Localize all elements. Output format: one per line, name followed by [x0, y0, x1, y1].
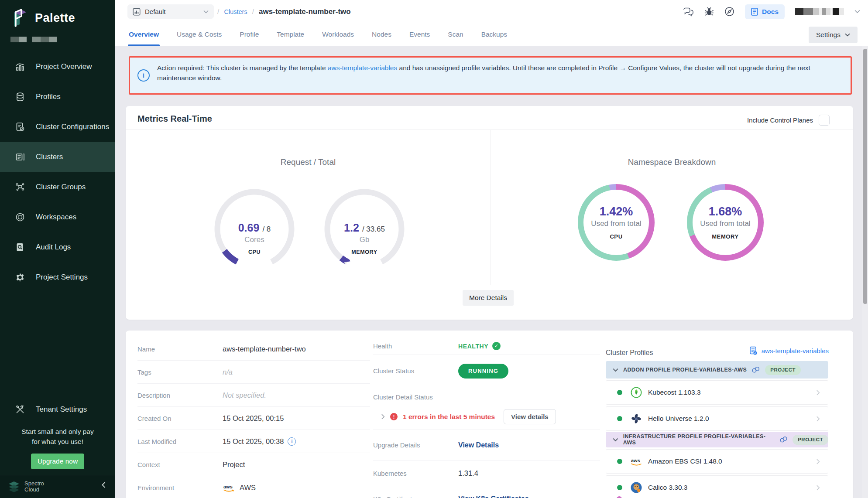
profile-item-hello-universe[interactable]: Hello Universe 1.2.0: [606, 406, 828, 431]
kubernetes-row: Kubernetes 1.31.4: [373, 460, 600, 486]
detail-row-tags: Tags n/a: [137, 361, 370, 384]
namespace-memory-donut-text: 1.68% Used from total MEMORY: [687, 184, 764, 261]
breadcrumb-separator: /: [252, 8, 254, 16]
divider: [491, 130, 491, 285]
footer-brand-line2: Cloud: [24, 487, 44, 493]
sidebar-item-cluster-groups[interactable]: Cluster Groups: [0, 172, 115, 202]
network-icon: [15, 182, 25, 192]
cpu-gauge: 0.69 / 8 Cores CPU: [213, 188, 296, 270]
breadcrumb: / Clusters / aws-template-number-two: [217, 0, 351, 23]
tab-events[interactable]: Events: [409, 23, 430, 46]
sidebar-nav: Project Overview Profiles Cluster Config…: [0, 51, 115, 292]
sidebar-item-label: Workspaces: [36, 213, 76, 222]
cpu-gauge-text: 0.69 / 8 Cores CPU: [213, 188, 296, 270]
profile-item-kubecost[interactable]: Kubecost 1.103.3: [606, 380, 828, 405]
template-variables-link[interactable]: aws-template-variables: [749, 346, 829, 355]
settings-dropdown-button[interactable]: Settings: [809, 27, 858, 43]
tab-nodes[interactable]: Nodes: [372, 23, 391, 46]
health-status: HEALTHY ✓: [458, 342, 501, 350]
profile-item-calico[interactable]: Calico 3.30.3: [606, 475, 828, 498]
hello-universe-logo: [630, 412, 643, 425]
namespace-breakdown-title: Namespace Breakdown: [491, 157, 853, 167]
sidebar-item-label: Profiles: [36, 92, 61, 101]
spectro-layers-icon: [8, 481, 20, 492]
scrollbar-thumb[interactable]: [863, 49, 867, 304]
detail-row-description: Description Not specified.: [137, 384, 370, 407]
upgrade-now-button[interactable]: Upgrade now: [31, 454, 84, 469]
log-search-icon: [15, 242, 25, 252]
tabs: Overview Usage & Costs Profile Template …: [129, 23, 507, 46]
view-k8s-certificates-link[interactable]: View K8s Certificates: [458, 495, 529, 498]
sidebar-item-project-settings[interactable]: Project Settings: [0, 262, 115, 292]
alert-template-link[interactable]: aws-template-variables: [328, 64, 397, 72]
sidebar-footer: Spectro Cloud: [0, 475, 115, 498]
info-icon[interactable]: i: [288, 437, 296, 446]
cpu-request-value: 0.69: [238, 222, 260, 234]
database-icon: [15, 92, 25, 102]
health-row: Health HEALTHY ✓: [373, 338, 600, 355]
project-badge: PROJECT: [765, 365, 801, 375]
more-details-button[interactable]: More Details: [463, 290, 514, 306]
include-control-planes-checkbox[interactable]: [819, 115, 830, 126]
tab-workloads[interactable]: Workloads: [322, 23, 354, 46]
link-icon: [779, 437, 788, 443]
upgrade-promo: Start small and only pay for what you us…: [0, 426, 115, 447]
sidebar-item-profiles[interactable]: Profiles: [0, 82, 115, 112]
view-details-button[interactable]: View details: [504, 409, 556, 424]
project-selector[interactable]: Default: [127, 4, 214, 19]
status-dot: [617, 459, 622, 464]
sidebar-item-audit-logs[interactable]: Audit Logs: [0, 232, 115, 262]
expand-chevron-right-icon[interactable]: [381, 414, 385, 420]
redacted-block: [32, 37, 57, 42]
feedback-chat-icon[interactable]: [683, 7, 694, 17]
compass-tour-icon[interactable]: [724, 7, 734, 17]
svg-text:aws: aws: [223, 484, 233, 489]
sidebar-item-label: Tenant Settings: [36, 405, 87, 414]
chevron-right-icon: [816, 485, 820, 491]
tab-template[interactable]: Template: [277, 23, 304, 46]
memory-gauge: 1.2 / 33.65 Gb MEMORY: [323, 188, 406, 270]
cluster-details-card: Name aws-template-number-two Tags n/a De…: [126, 331, 853, 498]
aws-logo: aws: [223, 484, 236, 492]
upgrade-view-details-link[interactable]: View Details: [458, 441, 499, 449]
tab-profile[interactable]: Profile: [240, 23, 259, 46]
status-dot: [617, 390, 622, 395]
tab-backups[interactable]: Backups: [481, 23, 507, 46]
sidebar-item-cluster-configurations[interactable]: Cluster Configurations: [0, 112, 115, 142]
namespace-memory-label: MEMORY: [712, 233, 739, 240]
sidebar-item-label: Cluster Configurations: [36, 123, 109, 131]
user-menu-chevron-down-icon[interactable]: [854, 10, 860, 14]
action-required-alert: i Action required: This cluster is manag…: [129, 56, 852, 95]
chevron-right-icon: [816, 459, 820, 464]
calico-logo: [630, 481, 643, 494]
infrastructure-profile-header[interactable]: INFRASTRUCTURE PROFILE PROFILE-VARIABLES…: [606, 432, 828, 447]
palette-logo-icon: [10, 8, 29, 28]
footer-brand-line1: Spectro: [24, 481, 44, 487]
k8s-certificates-row: K8s Certificates View K8s Certificates: [373, 486, 600, 498]
namespace-memory-percent: 1.68%: [709, 205, 742, 218]
redacted-block: [10, 37, 27, 42]
docs-button[interactable]: Docs: [745, 4, 785, 19]
namespace-cpu-percent: 1.42%: [600, 205, 633, 218]
healthy-check-icon: ✓: [492, 342, 501, 350]
divider: [126, 130, 853, 130]
tab-usage-costs[interactable]: Usage & Costs: [177, 23, 222, 46]
tools-icon: [15, 404, 25, 415]
sidebar-item-tenant-settings[interactable]: Tenant Settings: [0, 394, 115, 424]
sidebar-item-project-overview[interactable]: Project Overview: [0, 51, 115, 82]
link-icon: [751, 367, 760, 373]
breadcrumb-clusters-link[interactable]: Clusters: [224, 8, 247, 15]
kubecost-logo: [630, 386, 643, 399]
metrics-realtime-card: Metrics Real-Time Include Control Planes…: [126, 106, 853, 320]
sidebar-collapse-button[interactable]: [101, 481, 106, 488]
addon-profile-header[interactable]: ADDON PROFILE PROFILE-VARIABLES-AWS PROJ…: [606, 361, 828, 379]
sidebar-item-workspaces[interactable]: Workspaces: [0, 202, 115, 232]
sidebar-item-label: Project Settings: [36, 273, 88, 282]
tab-scan[interactable]: Scan: [448, 23, 463, 46]
sidebar-item-clusters[interactable]: Clusters: [0, 142, 115, 172]
profile-item-amazon-ebs-csi[interactable]: aws Amazon EBS CSI 1.48.0: [606, 449, 828, 474]
tab-overview[interactable]: Overview: [129, 23, 159, 46]
bug-report-icon[interactable]: [704, 7, 714, 17]
cluster-detail-status-block: Cluster Detail Status ! 1 errors in the …: [373, 387, 600, 430]
error-row: ! 1 errors in the last 5 minutes View de…: [381, 409, 556, 424]
